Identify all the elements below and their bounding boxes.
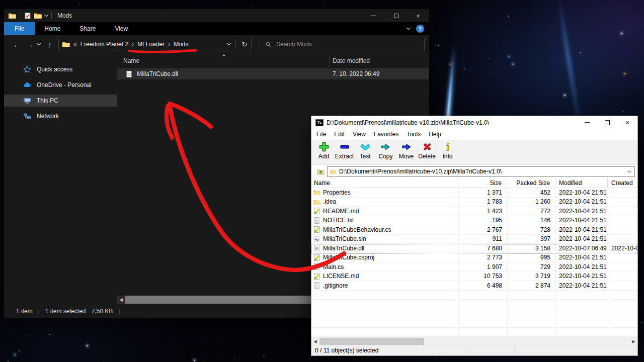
empty-grid-row xyxy=(311,318,637,328)
up-button[interactable]: ↑ xyxy=(43,40,56,49)
minimize-button[interactable] xyxy=(577,116,597,129)
column-header-date-modified[interactable]: Date modified xyxy=(333,57,370,64)
maximize-button[interactable] xyxy=(597,116,617,129)
archive-address-row: D:\Dokumenti\Prenosi\millatricube-v10.zi… xyxy=(311,165,637,178)
star-icon xyxy=(23,65,31,73)
sidebar-item-network[interactable]: Network xyxy=(4,110,117,122)
horizontal-scrollbar[interactable]: ◀ ▶ xyxy=(311,337,637,345)
up-one-level-button[interactable] xyxy=(314,167,327,176)
ribbon-expand-chevron-icon[interactable] xyxy=(406,27,411,30)
ribbon-tab-bar: FileHomeShareView ? xyxy=(4,22,429,35)
breadcrumb-item[interactable]: Mods xyxy=(171,41,191,48)
cell-packed-size: 452 xyxy=(507,189,555,196)
sevenzip-titlebar[interactable]: 7z D:\Dokumenti\Prenosi\millatricube-v10… xyxy=(311,116,637,129)
refresh-button[interactable]: ↻ xyxy=(240,41,249,48)
scrollbar-thumb[interactable] xyxy=(125,296,311,304)
back-button[interactable]: ← xyxy=(10,40,23,49)
address-dropdown-chevron-icon[interactable] xyxy=(226,43,231,46)
archive-row[interactable]: MillaTriCube.dll7 6803 1582022-10-07 06:… xyxy=(311,244,637,253)
qat-customize-chevron-icon[interactable] xyxy=(44,14,49,17)
text-file-icon xyxy=(313,217,320,224)
delete-button[interactable]: Delete xyxy=(417,141,437,164)
close-button[interactable]: × xyxy=(407,9,429,22)
star xyxy=(464,68,465,69)
archive-row[interactable]: Properties1 3714522022-10-04 21:51 xyxy=(311,188,637,198)
dll-file-icon xyxy=(313,244,320,252)
archive-row[interactable]: MillaTriCube.csproj2 7739952022-10-04 21… xyxy=(311,253,637,263)
file-name: MillaTriCube.dll xyxy=(137,70,178,77)
archive-row[interactable]: README.md1 4237722022-10-04 21:51 xyxy=(311,207,637,216)
star xyxy=(435,357,436,358)
breadcrumb-overflow-chevrons[interactable]: « xyxy=(72,41,78,48)
copy-button[interactable]: Copy xyxy=(375,141,396,164)
menu-tools[interactable]: Tools xyxy=(403,131,425,138)
column-header-created[interactable]: Created xyxy=(608,178,637,188)
column-header-modified[interactable]: Modified xyxy=(555,178,608,188)
delete-icon xyxy=(421,141,433,153)
breadcrumb-item[interactable]: Freedom Planet 2 xyxy=(78,41,131,48)
recent-locations-chevron-icon[interactable] xyxy=(36,43,43,46)
archive-row[interactable]: LICENSE.md10 7533 7192022-10-04 21:51 xyxy=(311,272,637,282)
breadcrumb-item[interactable]: MLLoader xyxy=(135,41,167,48)
file-name: .gitignore xyxy=(323,282,348,289)
help-button[interactable]: ? xyxy=(416,25,424,33)
archive-row[interactable]: MillaTriCubeBehaviour.cs2 7677282022-10-… xyxy=(311,225,637,235)
path-combobox[interactable]: D:\Dokumenti\Prenosi\millatricube-v10.zi… xyxy=(327,166,635,177)
test-button[interactable]: Test xyxy=(355,141,375,164)
column-header-size[interactable]: Size xyxy=(458,178,507,188)
menu-edit[interactable]: Edit xyxy=(330,131,349,138)
combobox-chevron-icon[interactable] xyxy=(627,170,632,173)
scroll-left-arrow-icon[interactable]: ◀ xyxy=(117,297,125,302)
archive-row[interactable]: .idea1 7831 2602022-10-04 21:51 xyxy=(311,198,637,207)
tab-file[interactable]: File xyxy=(4,22,35,35)
new-folder-icon[interactable] xyxy=(34,12,42,20)
file-row[interactable]: MillaTriCube.dll7. 10. 2022 06:49 xyxy=(117,68,429,79)
add-button[interactable]: Add xyxy=(313,141,334,164)
column-header-name[interactable]: Name xyxy=(311,178,458,188)
extract-button[interactable]: Extract xyxy=(334,141,355,164)
move-button[interactable]: Move xyxy=(396,141,417,164)
sidebar-item-this-pc[interactable]: This PC xyxy=(4,95,117,107)
maximize-button[interactable] xyxy=(385,9,407,22)
forward-button[interactable]: → xyxy=(23,40,36,49)
archive-row[interactable]: MillaTriCube.sln9113972022-10-04 21:51 xyxy=(311,235,637,244)
archive-row[interactable]: .gitignore6 4982 8742022-10-04 21:51 xyxy=(311,281,637,291)
divider xyxy=(417,347,417,354)
search-input[interactable]: Search Mods xyxy=(260,38,425,51)
tab-share[interactable]: Share xyxy=(70,22,105,35)
location-folder-icon xyxy=(62,40,70,48)
archive-row[interactable]: Main.cs1 9077292022-10-04 21:51 xyxy=(311,262,637,272)
menu-help[interactable]: Help xyxy=(425,131,445,138)
menu-file[interactable]: File xyxy=(312,131,330,138)
info-button[interactable]: iInfo xyxy=(437,141,458,164)
minimize-button[interactable] xyxy=(363,9,385,22)
explorer-titlebar[interactable]: Mods × xyxy=(4,9,429,22)
copy-icon xyxy=(380,141,392,153)
close-button[interactable]: × xyxy=(617,116,637,129)
scrollbar-thumb[interactable] xyxy=(319,338,424,345)
scroll-right-arrow-icon[interactable]: ▶ xyxy=(630,339,637,344)
cell-packed-size: 146 xyxy=(507,217,555,224)
tab-view[interactable]: View xyxy=(105,22,137,35)
star xyxy=(554,112,554,113)
sidebar-item-onedrive-personal[interactable]: OneDrive - Personal xyxy=(4,79,117,91)
cell-modified: 2022-10-04 21:51 xyxy=(555,208,608,215)
archive-file-list[interactable]: Properties1 3714522022-10-04 21:51.idea1… xyxy=(311,188,637,337)
sort-ascending-icon xyxy=(222,54,226,56)
archive-row[interactable]: NOTICE.txt1951462022-10-04 21:51 xyxy=(311,216,637,226)
properties-check-icon[interactable] xyxy=(24,12,32,20)
menu-favorites[interactable]: Favorites xyxy=(370,131,403,138)
star xyxy=(166,335,166,335)
menu-view[interactable]: View xyxy=(349,131,370,138)
star xyxy=(499,46,500,46)
column-header-name[interactable]: Name xyxy=(123,57,139,64)
star xyxy=(452,61,452,61)
sidebar-item-quick-access[interactable]: Quick access xyxy=(4,63,117,75)
star xyxy=(439,1,439,1)
star xyxy=(446,358,447,359)
tab-home[interactable]: Home xyxy=(35,22,70,35)
scroll-left-arrow-icon[interactable]: ◀ xyxy=(311,339,319,344)
column-header-packed-size[interactable]: Packed Size xyxy=(507,178,555,188)
address-bar[interactable]: « Freedom Planet 2›MLLoader›Mods ↻ xyxy=(58,38,252,51)
empty-grid-row xyxy=(311,291,637,300)
